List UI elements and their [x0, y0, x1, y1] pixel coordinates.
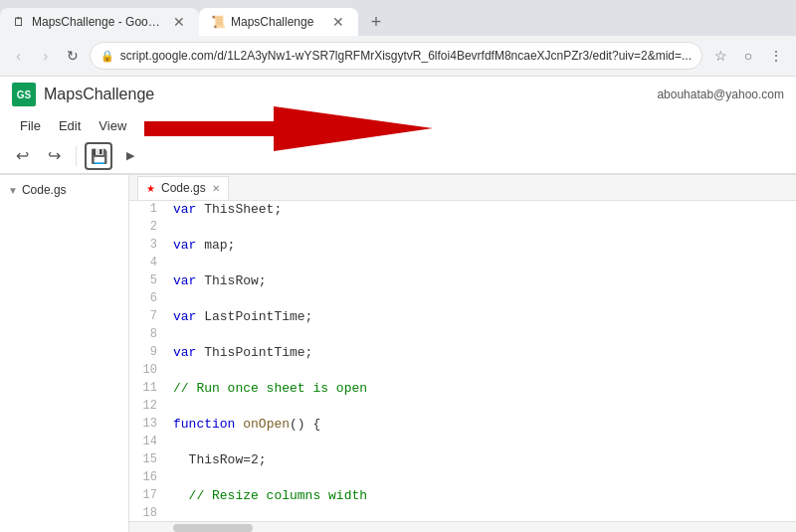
url-text: script.google.com/d/1L2A3yNw1-wYSR7lgRFM…: [120, 49, 692, 63]
file-item-code-gs[interactable]: ▼ Code.gs: [0, 179, 128, 201]
table-row: 4: [129, 255, 796, 272]
refresh-button[interactable]: ↻: [63, 43, 84, 69]
code-content[interactable]: 1var ThisSheet;23var map;45var ThisRow;6…: [129, 201, 796, 521]
line-code: [169, 290, 796, 308]
line-number: 14: [129, 434, 169, 451]
editor-layout: ▼ Code.gs ★ Code.gs ✕ 1var ThisSheet;23v…: [0, 175, 796, 532]
menu-run[interactable]: Run: [136, 116, 176, 135]
toolbar-separator: [76, 146, 77, 166]
address-bar: ‹ › ↻ 🔒 script.google.com/d/1L2A3yNw1-wY…: [0, 36, 796, 76]
line-number: 3: [129, 237, 169, 255]
menu-file[interactable]: File: [12, 116, 49, 135]
tab-bar: 🗒 MapsChallenge - Google Sheets ✕ 📜 Maps…: [0, 0, 796, 36]
forward-button[interactable]: ›: [35, 43, 56, 69]
line-code: var map;: [169, 237, 796, 255]
table-row: 6: [129, 290, 796, 308]
url-bar[interactable]: 🔒 script.google.com/d/1L2A3yNw1-wYSR7lgR…: [90, 42, 702, 70]
line-code: var ThisRow;: [169, 272, 796, 290]
new-tab-button[interactable]: +: [362, 8, 390, 36]
tab-script-close[interactable]: ✕: [330, 14, 346, 30]
line-code: // Resize columns width: [169, 487, 796, 505]
app-logo: GS: [12, 83, 36, 106]
redo-button[interactable]: ↪: [40, 142, 68, 170]
line-code: [169, 362, 796, 380]
line-code: function onOpen() {: [169, 416, 796, 434]
editor-tab-modified-icon: ★: [146, 183, 155, 194]
save-button[interactable]: 💾: [85, 142, 112, 170]
editor-tab-label: Code.gs: [161, 181, 206, 195]
line-number: 18: [129, 505, 169, 521]
line-code: [169, 326, 796, 344]
line-number: 16: [129, 469, 169, 487]
app-header: GS MapsChallenge abouhatab@yahoo.com Fil…: [0, 77, 796, 175]
line-number: 4: [129, 255, 169, 272]
line-number: 11: [129, 380, 169, 398]
profile-icon[interactable]: ○: [736, 44, 760, 68]
table-row: 3var map;: [129, 237, 796, 255]
line-code: var ThisSheet;: [169, 201, 796, 219]
table-row: 7var LastPointTime;: [129, 308, 796, 326]
code-area: ★ Code.gs ✕ 1var ThisSheet;23var map;45v…: [129, 175, 796, 532]
script-favicon: 📜: [211, 15, 225, 29]
tab-sheets-title: MapsChallenge - Google Sheets: [32, 15, 165, 29]
line-code: var ThisPointTime;: [169, 344, 796, 362]
menu-publish[interactable]: Publish: [178, 116, 237, 135]
browser-chrome: 🗒 MapsChallenge - Google Sheets ✕ 📜 Maps…: [0, 0, 796, 77]
table-row: 11// Run once sheet is open: [129, 380, 796, 398]
line-number: 1: [129, 201, 169, 219]
app-name: MapsChallenge: [44, 86, 154, 103]
editor-tab-bar: ★ Code.gs ✕: [129, 175, 796, 201]
table-row: 8: [129, 326, 796, 344]
file-panel: ▼ Code.gs: [0, 175, 129, 532]
toolbar: ↩ ↪ 💾 ▶: [0, 138, 796, 174]
scrollbar-thumb[interactable]: [173, 524, 253, 532]
table-row: 14: [129, 434, 796, 451]
line-code: [169, 219, 796, 237]
file-name-label: Code.gs: [22, 183, 120, 197]
line-number: 7: [129, 308, 169, 326]
line-number: 5: [129, 272, 169, 290]
line-code: [169, 255, 796, 272]
bookmark-icon[interactable]: ☆: [708, 44, 732, 68]
back-button[interactable]: ‹: [8, 43, 29, 69]
horizontal-scrollbar[interactable]: [129, 521, 796, 532]
line-code: [169, 398, 796, 416]
tab-script-title: MapsChallenge: [231, 15, 324, 29]
table-row: 18: [129, 505, 796, 521]
menu-view[interactable]: View: [91, 116, 134, 135]
menu-bar: File Edit View Run Publish Resources Hel…: [0, 112, 796, 138]
tab-sheets-close[interactable]: ✕: [171, 14, 187, 30]
menu-dots-icon[interactable]: ⋮: [764, 44, 788, 68]
tab-sheets[interactable]: 🗒 MapsChallenge - Google Sheets ✕: [0, 8, 199, 36]
lock-icon: 🔒: [100, 50, 114, 63]
line-number: 15: [129, 451, 169, 469]
line-code: [169, 434, 796, 451]
menu-edit[interactable]: Edit: [51, 116, 89, 135]
sheets-favicon: 🗒: [12, 15, 26, 29]
table-row: 16: [129, 469, 796, 487]
line-number: 2: [129, 219, 169, 237]
line-number: 12: [129, 398, 169, 416]
line-number: 6: [129, 290, 169, 308]
menu-resources[interactable]: Resources: [239, 116, 316, 135]
editor-tab-close-icon[interactable]: ✕: [212, 183, 220, 194]
table-row: 5var ThisRow;: [129, 272, 796, 290]
line-code: [169, 505, 796, 521]
user-email: abouhatab@yahoo.com: [657, 88, 784, 101]
run-button[interactable]: ▶: [116, 142, 144, 170]
editor-tab-code-gs[interactable]: ★ Code.gs ✕: [137, 176, 229, 200]
line-code: // Run once sheet is open: [169, 380, 796, 398]
table-row: 10: [129, 362, 796, 380]
line-code: [169, 469, 796, 487]
line-code: var LastPointTime;: [169, 308, 796, 326]
table-row: 17 // Resize columns width: [129, 487, 796, 505]
undo-button[interactable]: ↩: [8, 142, 36, 170]
table-row: 2: [129, 219, 796, 237]
address-actions: ☆ ○ ⋮: [708, 44, 788, 68]
table-row: 12: [129, 398, 796, 416]
tab-script[interactable]: 📜 MapsChallenge ✕: [199, 8, 358, 36]
line-number: 8: [129, 326, 169, 344]
menu-help[interactable]: Help: [318, 116, 361, 135]
line-number: 9: [129, 344, 169, 362]
app-title-bar: GS MapsChallenge abouhatab@yahoo.com: [0, 77, 796, 112]
